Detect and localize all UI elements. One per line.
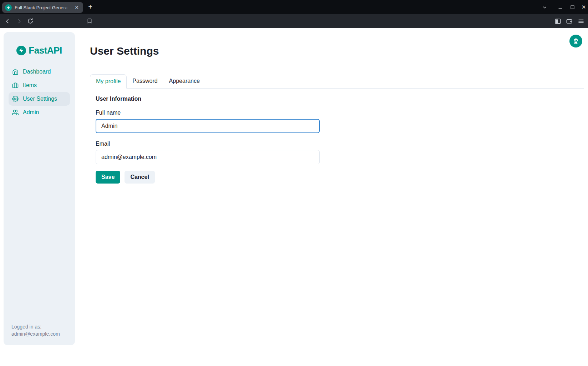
window-minimize-button[interactable] (555, 0, 565, 14)
fastapi-favicon-icon (5, 4, 12, 11)
logged-in-label: Logged in as: (11, 323, 60, 330)
sidebar: FastAPI Dashboard Items User Settings (4, 32, 75, 345)
form-actions: Save Cancel (96, 171, 578, 184)
briefcase-icon (12, 82, 19, 89)
section-title: User Information (96, 96, 578, 102)
browser-tab[interactable]: Full Stack Project Genera ✕ (2, 2, 83, 13)
my-profile-panel: User Information Full name Email Save Ca… (90, 89, 584, 191)
sidebar-item-label: Items (23, 82, 37, 89)
full-name-input[interactable] (96, 119, 320, 133)
reload-icon[interactable] (25, 14, 36, 28)
page-title: User Settings (90, 45, 584, 57)
menu-hamburger-icon[interactable] (576, 14, 586, 28)
sidebar-item-user-settings[interactable]: User Settings (9, 92, 70, 106)
fastapi-bolt-icon (16, 46, 26, 55)
tab-my-profile[interactable]: My profile (90, 74, 127, 89)
browser-toolbar: i localhost/settings 1 (0, 14, 588, 28)
save-button[interactable]: Save (96, 171, 120, 184)
users-icon (12, 109, 19, 116)
tab-title-fade (61, 5, 70, 10)
window-close-button[interactable]: ✕ (579, 0, 588, 14)
tab-password[interactable]: Password (127, 74, 163, 88)
window-maximize-button[interactable] (567, 0, 577, 14)
wallet-icon[interactable] (564, 14, 574, 28)
settings-tabs: My profile Password Appearance (90, 74, 584, 89)
home-icon (12, 69, 19, 75)
fastapi-logo-text: FastAPI (29, 45, 62, 56)
sidebar-item-label: Dashboard (23, 69, 51, 75)
tab-search-chevron-icon[interactable] (539, 0, 549, 14)
new-tab-button[interactable]: + (86, 3, 94, 11)
sidebar-nav: Dashboard Items User Settings Admin (9, 65, 70, 119)
browser-titlebar: Full Stack Project Genera ✕ + ✕ (0, 0, 588, 14)
email-label: Email (96, 141, 578, 147)
logged-in-info: Logged in as: admin@example.com (11, 323, 60, 337)
email-input[interactable] (96, 150, 320, 164)
main-content: User Settings My profile Password Appear… (75, 28, 588, 366)
full-name-label: Full name (96, 110, 578, 116)
bookmark-icon[interactable] (84, 14, 95, 28)
logged-in-email: admin@example.com (11, 330, 60, 337)
sidebar-toggle-icon[interactable] (552, 14, 563, 28)
sidebar-item-label: Admin (23, 109, 39, 116)
cancel-button[interactable]: Cancel (125, 171, 154, 184)
app-page: FastAPI Dashboard Items User Settings (0, 28, 588, 366)
gear-icon (12, 96, 19, 102)
tab-close-icon[interactable]: ✕ (73, 4, 80, 11)
back-icon[interactable] (2, 14, 13, 28)
sidebar-item-dashboard[interactable]: Dashboard (9, 65, 70, 79)
sidebar-item-items[interactable]: Items (9, 79, 70, 92)
tab-title: Full Stack Project Genera (15, 5, 70, 10)
forward-icon[interactable] (14, 14, 24, 28)
sidebar-item-label: User Settings (23, 96, 57, 102)
fastapi-logo: FastAPI (4, 45, 75, 56)
tab-appearance[interactable]: Appearance (163, 74, 206, 88)
sidebar-item-admin[interactable]: Admin (9, 106, 70, 119)
